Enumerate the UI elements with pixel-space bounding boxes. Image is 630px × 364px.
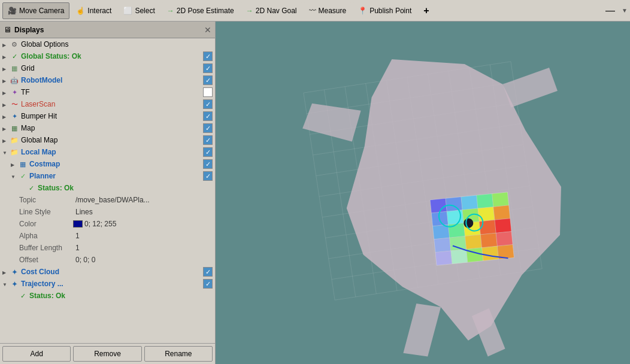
tf-icon: ✦	[10, 87, 19, 97]
expand-bumperhit[interactable]	[2, 113, 10, 120]
robotmodel-checkbox[interactable]	[203, 75, 213, 85]
localmap-label: Local Map	[21, 148, 203, 156]
tf-checkbox[interactable]	[203, 87, 213, 97]
add-tool-icon: +	[423, 5, 429, 16]
prop-linestyle-row: Line Style Lines	[17, 206, 215, 218]
left-panel: 🖥 Displays ✕ ⚙ Global Options ✓ Global S…	[0, 22, 216, 364]
prop-color-label: Color	[19, 220, 73, 228]
tree-item-trajectory[interactable]: ✦ Trajectory ...	[0, 278, 215, 290]
interact-label: Interact	[87, 7, 111, 15]
prop-alpha-label: Alpha	[19, 232, 73, 240]
expand-planner[interactable]	[11, 173, 18, 180]
globalmap-checkbox[interactable]	[203, 135, 213, 145]
prop-offset-row: Offset 0; 0; 0	[17, 254, 215, 266]
displays-header-icon: 🖥	[4, 25, 11, 34]
tree-area[interactable]: ⚙ Global Options ✓ Global Status: Ok ▦ G…	[0, 38, 215, 343]
prop-bufferlength-row: Buffer Length 1	[17, 242, 215, 254]
prop-linestyle-label: Line Style	[19, 208, 73, 216]
main-area: 🖥 Displays ✕ ⚙ Global Options ✓ Global S…	[0, 22, 630, 364]
interact-button[interactable]: ☝ Interact	[71, 2, 117, 19]
expand-trajectory[interactable]	[2, 281, 10, 287]
expand-laserscan[interactable]	[2, 101, 10, 108]
tree-item-costmap[interactable]: ▦ Costmap	[8, 158, 215, 170]
global-options-label: Global Options	[21, 40, 213, 48]
tree-item-localmap[interactable]: 📁 Local Map	[0, 146, 215, 158]
select-label: Select	[135, 7, 155, 15]
tree-item-costcloud[interactable]: ✦ Cost Cloud	[0, 266, 215, 278]
remove-button[interactable]: Remove	[73, 346, 141, 362]
displays-close-button[interactable]: ✕	[204, 25, 211, 35]
expand-robotmodel[interactable]	[2, 77, 10, 84]
global-status-checkbox[interactable]	[203, 51, 213, 61]
laserscan-checkbox[interactable]	[203, 99, 213, 109]
publish-point-icon: 📍	[358, 7, 367, 15]
grid-checkbox[interactable]	[203, 63, 213, 73]
globalmap-label: Global Map	[21, 136, 203, 144]
trajectory-checkbox[interactable]	[203, 279, 213, 289]
tree-item-tf[interactable]: ✦ TF	[0, 86, 215, 98]
map-checkbox[interactable]	[203, 123, 213, 133]
publish-point-button[interactable]: 📍 Publish Point	[353, 2, 417, 19]
tree-item-bumperhit[interactable]: ✦ Bumper Hit	[0, 110, 215, 122]
tree-item-globalmap[interactable]: 📁 Global Map	[0, 134, 215, 146]
bumperhit-icon: ✦	[10, 111, 19, 121]
add-button[interactable]: Add	[2, 346, 71, 362]
tree-item-robotmodel[interactable]: 🤖 RobotModel	[0, 74, 215, 86]
prop-topic-label: Topic	[19, 196, 73, 204]
expand-grid[interactable]	[2, 65, 10, 72]
planner-icon: ✓	[18, 171, 28, 181]
viz-canvas[interactable]	[216, 22, 630, 364]
bumperhit-label: Bumper Hit	[21, 112, 203, 120]
prop-topic-row: Topic /move_base/DWAPla...	[17, 194, 215, 206]
costcloud-label: Cost Cloud	[21, 268, 203, 276]
expand-costmap[interactable]	[11, 161, 18, 168]
expand-global-options[interactable]	[2, 41, 10, 48]
measure-button[interactable]: 〰 Measure	[304, 2, 352, 19]
expand-map[interactable]	[2, 125, 10, 132]
minus-button[interactable]: —	[600, 2, 620, 19]
expand-tf[interactable]	[2, 89, 10, 96]
planner-checkbox[interactable]	[203, 171, 213, 181]
select-button[interactable]: ⬜ Select	[118, 2, 160, 19]
expand-globalmap[interactable]	[2, 137, 10, 144]
costmap-label: Costmap	[29, 160, 203, 168]
tree-item-planner[interactable]: ✓ Planner	[8, 170, 215, 182]
nav-goal-icon: →	[246, 7, 253, 15]
costmap-icon: ▦	[18, 159, 28, 169]
prop-offset-value: 0; 0; 0	[75, 256, 95, 264]
interact-icon: ☝	[76, 7, 85, 15]
tree-item-trajectory-status: ✓ Status: Ok	[8, 290, 215, 302]
prop-alpha-value: 1	[75, 232, 80, 240]
publish-point-label: Publish Point	[369, 7, 411, 15]
prop-color-swatch[interactable]	[73, 220, 83, 228]
tree-item-map[interactable]: ▦ Map	[0, 122, 215, 134]
tree-item-grid[interactable]: ▦ Grid	[0, 62, 215, 74]
add-tool-button[interactable]: +	[418, 2, 434, 19]
costmap-checkbox[interactable]	[203, 159, 213, 169]
costcloud-checkbox[interactable]	[203, 267, 213, 277]
map-icon: ▦	[10, 123, 19, 133]
select-icon: ⬜	[123, 7, 132, 15]
trajectory-icon: ✦	[10, 279, 19, 289]
pose-estimate-button[interactable]: → 2D Pose Estimate	[162, 2, 240, 19]
nav-goal-button[interactable]: → 2D Nav Goal	[241, 2, 302, 19]
tree-item-laserscan[interactable]: 〜 LaserScan	[0, 98, 215, 110]
rename-button[interactable]: Rename	[144, 346, 213, 362]
prop-bufferlength-label: Buffer Length	[19, 244, 73, 252]
prop-linestyle-value: Lines	[75, 208, 93, 216]
localmap-checkbox[interactable]	[203, 147, 213, 157]
expand-global-status[interactable]	[2, 53, 10, 60]
prop-color-row: Color 0; 12; 255	[17, 218, 215, 230]
tree-item-global-status[interactable]: ✓ Global Status: Ok	[0, 50, 215, 62]
prop-bufferlength-value: 1	[75, 244, 80, 252]
tree-item-global-options[interactable]: ⚙ Global Options	[0, 38, 215, 50]
bumperhit-checkbox[interactable]	[203, 111, 213, 121]
prop-topic-value: /move_base/DWAPla...	[75, 196, 150, 204]
move-camera-button[interactable]: 🎥 Move Camera	[2, 2, 69, 19]
measure-label: Measure	[319, 7, 347, 15]
costcloud-icon: ✦	[10, 267, 19, 277]
expand-costcloud[interactable]	[2, 269, 10, 275]
planner-status-icon: ✓	[26, 183, 36, 193]
expand-localmap[interactable]	[2, 149, 10, 156]
displays-title: Displays	[14, 26, 204, 34]
